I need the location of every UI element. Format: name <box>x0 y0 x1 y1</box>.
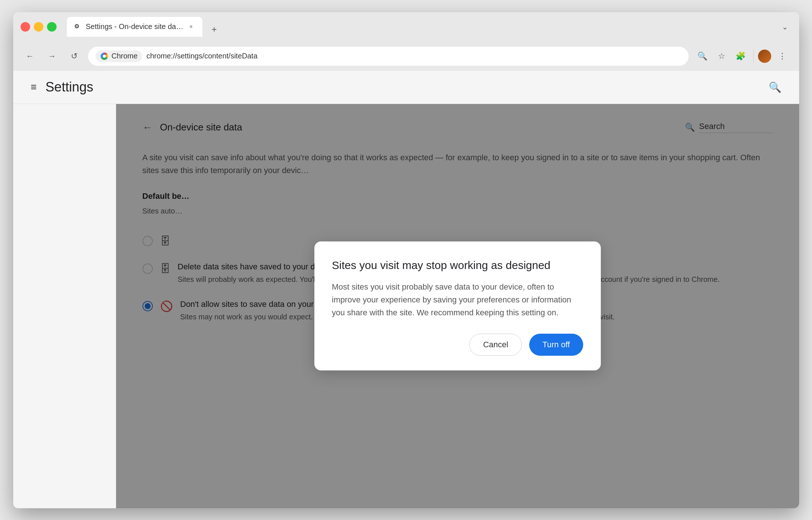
content-area: ≡ Settings 🔍 ← On-device site data 🔍 <box>13 71 799 508</box>
close-window-button[interactable] <box>21 22 30 32</box>
tab-area: ⚙ Settings - On-device site da… × + <box>61 17 774 37</box>
settings-sidebar <box>13 104 116 508</box>
chrome-label: Chrome <box>112 52 138 60</box>
window-control-button[interactable]: ⌄ <box>779 20 792 33</box>
dialog-actions: Cancel Turn off <box>332 334 583 356</box>
zoom-button[interactable]: 🔍 <box>694 48 711 64</box>
bookmark-button[interactable]: ☆ <box>714 48 730 64</box>
settings-header: ≡ Settings 🔍 <box>13 71 799 104</box>
traffic-lights <box>21 22 57 32</box>
turn-off-button[interactable]: Turn off <box>529 334 583 356</box>
toolbar-divider <box>753 50 754 63</box>
toolbar-icons: 🔍 ☆ 🧩 ⋮ <box>694 48 790 64</box>
tab-favicon-icon: ⚙ <box>74 23 82 31</box>
extensions-button[interactable]: 🧩 <box>733 48 749 64</box>
svg-point-2 <box>103 55 105 57</box>
browser-window: ⚙ Settings - On-device site da… × + ⌄ ← … <box>13 12 799 508</box>
tab-title: Settings - On-device site da… <box>86 22 184 31</box>
reload-button[interactable]: ↺ <box>66 48 82 64</box>
dialog-body: Most sites you visit probably save data … <box>332 280 583 319</box>
tab-close-button[interactable]: × <box>187 23 195 31</box>
profile-avatar[interactable] <box>758 50 771 63</box>
confirmation-dialog: Sites you visit may stop working as desi… <box>314 241 601 371</box>
active-tab[interactable]: ⚙ Settings - On-device site da… × <box>67 17 203 37</box>
sidebar-menu-button[interactable]: ≡ <box>31 81 37 93</box>
settings-search-button[interactable]: 🔍 <box>769 81 782 93</box>
minimize-window-button[interactable] <box>34 22 43 32</box>
dialog-overlay: Sites you visit may stop working as desi… <box>116 104 799 508</box>
toolbar: ← → ↺ Chrome chrome://settings/content/s… <box>13 42 799 71</box>
address-bar[interactable]: Chrome chrome://settings/content/siteDat… <box>88 47 689 66</box>
dialog-title: Sites you visit may stop working as desi… <box>332 259 583 272</box>
forward-button[interactable]: → <box>44 48 60 64</box>
chrome-badge: Chrome <box>95 50 142 62</box>
back-button[interactable]: ← <box>22 48 38 64</box>
cancel-button[interactable]: Cancel <box>469 334 522 356</box>
chrome-menu-button[interactable]: ⋮ <box>774 48 790 64</box>
main-layout: ← On-device site data 🔍 A site you visit… <box>13 104 799 508</box>
maximize-window-button[interactable] <box>47 22 57 32</box>
title-bar: ⚙ Settings - On-device site da… × + ⌄ <box>13 12 799 42</box>
page-content: ← On-device site data 🔍 A site you visit… <box>116 104 799 508</box>
chrome-icon <box>100 52 109 61</box>
new-tab-button[interactable]: + <box>207 22 221 37</box>
settings-title: Settings <box>46 79 93 95</box>
url-text: chrome://settings/content/siteData <box>147 52 681 60</box>
